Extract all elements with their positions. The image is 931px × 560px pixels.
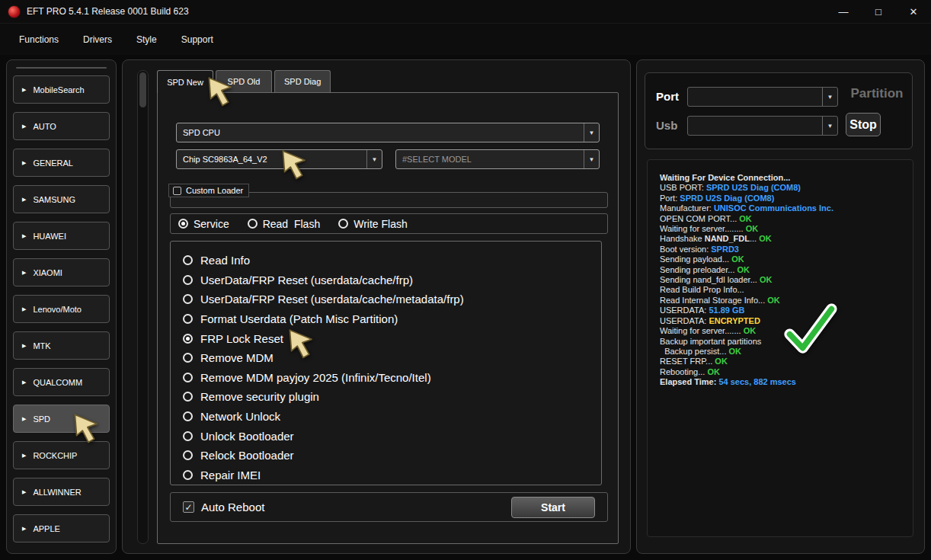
sidebar-item-label: XIAOMI (33, 268, 62, 277)
cursor-arrow-icon (72, 413, 105, 446)
sidebar: ▶MobileSearch▶AUTO▶GENERAL▶SAMSUNG▶HUAWE… (6, 59, 117, 554)
radio-icon (183, 411, 193, 421)
window-controls: —□✕ (826, 0, 931, 23)
operation-radio-format-userdata-patch-misc-partition[interactable]: Format Userdata (Patch Misc Partition) (183, 309, 601, 329)
sidebar-item-label: AUTO (33, 122, 56, 131)
log-line: Waiting For Device Connection... (660, 173, 907, 183)
radio-icon (183, 450, 193, 460)
operation-label: Remove MDM payjoy 2025 (Infinix/Tecno/It… (200, 371, 431, 384)
triangle-icon: ▶ (22, 123, 26, 130)
chevron-down-icon[interactable]: ▼ (584, 123, 599, 142)
sidebar-item-label: APPLE (33, 524, 59, 533)
operation-label: FRP Lock Reset (200, 332, 283, 345)
log-line: USB PORT: SPRD U2S Diag (COM8) (660, 183, 907, 193)
custom-loader-checkbox[interactable] (173, 187, 181, 195)
minimize-button[interactable]: — (826, 0, 861, 23)
sidebar-item-auto[interactable]: ▶AUTO (13, 112, 110, 140)
usb-select[interactable]: ▼ (687, 116, 838, 136)
operation-label: Remove MDM (200, 351, 274, 364)
operation-radio-remove-mdm[interactable]: Remove MDM (183, 348, 601, 368)
port-select[interactable]: ▼ (687, 87, 838, 107)
title-bar: EFT PRO 5.4.1 Release 0001 Build 623 —□✕ (0, 0, 931, 24)
operation-radio-network-unlock[interactable]: Network Unlock (183, 407, 601, 427)
mode-radio-label: Service (194, 218, 229, 230)
radio-icon (183, 373, 193, 382)
log-line: Read Build Prop Info... (660, 285, 907, 295)
triangle-icon: ▶ (22, 416, 26, 422)
scrollbar-thumb[interactable] (139, 72, 146, 107)
chevron-down-icon[interactable]: ▼ (584, 150, 599, 168)
sidebar-item-general[interactable]: ▶GENERAL (13, 149, 110, 177)
auto-reboot-label: Auto Reboot (201, 501, 264, 514)
menu-item-support[interactable]: Support (181, 34, 213, 45)
operation-label: Remove security plugin (200, 390, 319, 403)
custom-loader-toggle[interactable]: Custom Loader (168, 184, 249, 197)
spd-cpu-value: SPD CPU (177, 128, 584, 137)
mode-radio-label: Write Flash (354, 218, 408, 230)
sidebar-item-mtk[interactable]: ▶MTK (13, 331, 110, 360)
tab-spd-diag[interactable]: SPD Diag (274, 70, 331, 92)
operation-label: Format Userdata (Patch Misc Partition) (200, 312, 398, 325)
sidebar-handle (16, 67, 107, 69)
sidebar-list: ▶MobileSearch▶AUTO▶GENERAL▶SAMSUNG▶HUAWE… (7, 75, 116, 551)
app-logo-icon (8, 5, 21, 18)
operation-radio-userdata-frp-reset-userdata-cache-metadata-frp[interactable]: UserData/FRP Reset (userdata/cache/metad… (183, 290, 601, 309)
mode-radio-write-flash[interactable]: Write Flash (338, 218, 408, 230)
log-output: Waiting For Device Connection...USB PORT… (647, 159, 913, 537)
auto-reboot-toggle[interactable]: ✓ Auto Reboot (183, 501, 264, 514)
menu-item-functions[interactable]: Functions (19, 34, 59, 45)
sidebar-item-mobilesearch[interactable]: ▶MobileSearch (13, 75, 110, 104)
maximize-button[interactable]: □ (861, 0, 896, 23)
start-button[interactable]: Start (511, 497, 595, 518)
operation-radio-frp-lock-reset[interactable]: FRP Lock Reset (183, 328, 601, 348)
auto-reboot-checkbox[interactable]: ✓ (183, 501, 194, 513)
chevron-down-icon[interactable]: ▼ (366, 150, 382, 168)
sidebar-item-label: ROCKCHIP (33, 451, 77, 460)
triangle-icon: ▶ (22, 453, 26, 459)
triangle-icon: ▶ (22, 379, 26, 386)
mode-radio-service[interactable]: Service (178, 218, 229, 230)
cursor-arrow-icon (286, 328, 320, 362)
triangle-icon: ▶ (22, 160, 26, 166)
sidebar-item-label: HUAWEI (33, 232, 66, 241)
radio-icon (183, 255, 193, 265)
operation-radio-repair-imei[interactable]: Repair IMEI (183, 466, 601, 485)
sidebar-item-qualcomm[interactable]: ▶QUALCOMM (13, 368, 110, 396)
sidebar-item-allwinner[interactable]: ▶ALLWINNER (13, 478, 110, 506)
sidebar-item-huawei[interactable]: ▶HUAWEI (13, 222, 110, 250)
operation-radio-read-info[interactable]: Read Info (183, 251, 601, 270)
stop-button[interactable]: Stop (846, 113, 881, 136)
operation-radio-userdata-frp-reset-userdata-cache-frp[interactable]: UserData/FRP Reset (userdata/cache/frp) (183, 270, 601, 290)
chevron-down-icon[interactable]: ▼ (822, 88, 837, 106)
close-button[interactable]: ✕ (896, 0, 931, 23)
operation-radio-relock-bootloader[interactable]: Relock Bootloader (183, 446, 601, 466)
log-line: Sending preloader... OK (660, 265, 907, 275)
sidebar-item-samsung[interactable]: ▶SAMSUNG (13, 185, 110, 213)
menu-item-drivers[interactable]: Drivers (83, 34, 112, 45)
log-line: RESET FRP... OK (660, 357, 907, 366)
tab-spd-new[interactable]: SPD New (157, 70, 213, 93)
operation-radio-remove-mdm-payjoy-2025-infinix-tecno-itel[interactable]: Remove MDM payjoy 2025 (Infinix/Tecno/It… (183, 368, 601, 388)
spd-cpu-select[interactable]: SPD CPU ▼ (176, 123, 600, 142)
radio-icon (183, 334, 193, 344)
sidebar-item-label: SAMSUNG (33, 195, 75, 204)
sidebar-item-apple[interactable]: ▶APPLE (13, 514, 110, 542)
sidebar-item-xiaomi[interactable]: ▶XIAOMI (13, 258, 110, 286)
mode-radio-read-flash[interactable]: Read Flash (248, 218, 320, 230)
scrollbar[interactable] (137, 70, 149, 544)
tab-page-spd-new: SPD CPU ▼ Chip SC9863A_64_V2 ▼ #SELECT M… (157, 92, 619, 544)
model-select[interactable]: #SELECT MODEL ▼ (395, 149, 600, 169)
operation-label: UserData/FRP Reset (userdata/cache/frp) (200, 274, 413, 286)
log-line: Waiting for server........ OK (660, 224, 907, 234)
sidebar-item-lenovo-moto[interactable]: ▶Lenovo/Moto (13, 295, 110, 323)
mode-radio-label: Read Flash (263, 218, 320, 230)
operation-radio-remove-security-plugin[interactable]: Remove security plugin (183, 387, 601, 407)
operation-label: Unlock Bootloader (200, 430, 294, 443)
partition-button[interactable]: Partition (842, 86, 912, 101)
chevron-down-icon[interactable]: ▼ (822, 117, 837, 135)
menu-item-style[interactable]: Style (136, 34, 157, 45)
operation-radio-unlock-bootloader[interactable]: Unlock Bootloader (183, 426, 601, 446)
log-line: Handshake NAND_FDL... OK (660, 234, 907, 244)
cursor-arrow-icon (206, 76, 239, 110)
operation-label: Relock Bootloader (200, 449, 294, 462)
